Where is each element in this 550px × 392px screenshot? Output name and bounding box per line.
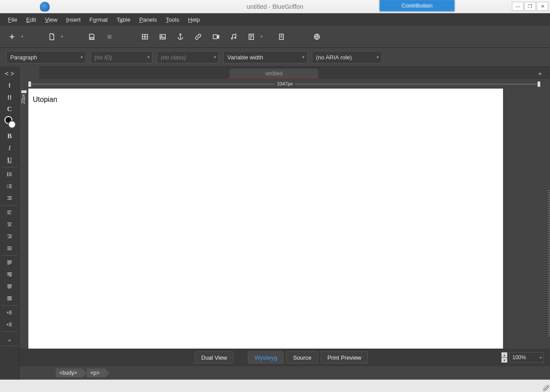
- insert-anchor-button[interactable]: [174, 30, 187, 43]
- insert-link-button[interactable]: [191, 30, 205, 43]
- menu-file[interactable]: File: [4, 16, 21, 24]
- class-select[interactable]: (no class)▾: [157, 51, 219, 63]
- important-single-button[interactable]: !: [0, 79, 20, 91]
- ruler-height-label: 20px: [21, 94, 26, 104]
- bold-button[interactable]: B: [0, 130, 20, 142]
- menu-edit[interactable]: Edit: [23, 16, 39, 24]
- zoom-spinner[interactable]: ▲ ▼: [501, 352, 507, 363]
- vertical-ruler[interactable]: 20px: [20, 89, 28, 349]
- contribution-button[interactable]: Contribution: [379, 0, 455, 12]
- right-gutter-ornament-icon: [548, 190, 550, 337]
- class-style-button[interactable]: C: [0, 103, 20, 115]
- align-justify-button[interactable]: [0, 242, 20, 254]
- editor-canvas[interactable]: Utopian: [28, 89, 503, 349]
- insert-image-button[interactable]: [156, 30, 169, 43]
- svg-point-23: [8, 173, 8, 173]
- justify-full-right-button[interactable]: [0, 268, 20, 280]
- svg-marker-12: [217, 35, 219, 39]
- svg-point-27: [8, 175, 8, 176]
- insert-table-button[interactable]: [138, 30, 152, 43]
- new-button[interactable]: [5, 30, 19, 43]
- menu-panels[interactable]: Panels: [136, 16, 160, 24]
- unordered-list-button[interactable]: [0, 168, 20, 180]
- justify-full-left-button[interactable]: [0, 256, 20, 268]
- ruler-left-marker[interactable]: [28, 82, 31, 87]
- save-button[interactable]: [85, 30, 98, 43]
- justify-full-center-button[interactable]: [0, 280, 20, 292]
- zoom-select[interactable]: 100%▾: [509, 352, 544, 363]
- main-area: < > ! !! C B I U 123 „ unti: [0, 66, 550, 380]
- zoom-up-button[interactable]: ▲: [501, 352, 507, 357]
- class-select-placeholder: (no class): [161, 54, 186, 61]
- insert-form-button[interactable]: [245, 30, 258, 43]
- ruler-right-marker[interactable]: [538, 82, 540, 87]
- svg-rect-7: [160, 34, 165, 39]
- svg-point-13: [231, 38, 233, 39]
- paragraph-select-value: Paragraph: [10, 54, 37, 61]
- form-dropdown-caret[interactable]: ▾: [261, 35, 262, 39]
- justify-full-all-button[interactable]: [0, 292, 20, 304]
- menu-format[interactable]: Format: [86, 16, 111, 24]
- dual-view-button[interactable]: Dual View: [195, 351, 234, 364]
- path-crumb-body[interactable]: <body>: [56, 369, 82, 377]
- italic-button[interactable]: I: [0, 142, 20, 154]
- app-logo-icon: [40, 2, 50, 12]
- horizontal-ruler[interactable]: 1047px: [20, 80, 550, 89]
- source-view-button[interactable]: Source: [286, 351, 318, 364]
- definition-list-button[interactable]: [0, 192, 20, 204]
- font-select-value: Variable width: [227, 54, 263, 61]
- aria-role-select[interactable]: (no ARIA role)▾: [312, 51, 382, 63]
- insert-audio-button[interactable]: [227, 30, 240, 43]
- ordered-list-button[interactable]: 123: [0, 180, 20, 192]
- ruler-top-marker[interactable]: [21, 90, 27, 93]
- stop-button[interactable]: [103, 30, 116, 43]
- open-dropdown-caret[interactable]: ▾: [61, 35, 63, 39]
- new-tab-button[interactable]: +: [538, 70, 542, 77]
- resize-grip-icon[interactable]: [543, 385, 549, 391]
- id-select[interactable]: (no ID)▾: [90, 51, 152, 63]
- menu-bar: File Edit View Insert Format Table Panel…: [0, 13, 550, 26]
- menu-table[interactable]: Table: [113, 16, 134, 24]
- svg-rect-3: [108, 35, 112, 39]
- element-nav-button[interactable]: < >: [0, 67, 20, 79]
- important-double-button[interactable]: !!: [0, 91, 20, 103]
- aria-role-select-value: (no ARIA role): [316, 54, 352, 61]
- print-preview-button[interactable]: Print Preview: [321, 351, 368, 364]
- insert-video-button[interactable]: [209, 30, 222, 43]
- wysiwyg-view-button[interactable]: Wysiwyg: [248, 351, 284, 364]
- menu-insert[interactable]: Insert: [62, 16, 84, 24]
- color-swatch-stack[interactable]: [0, 115, 20, 130]
- main-toolbar: ▾ ▾ ▾: [0, 26, 550, 48]
- editor-column: untitled + 1047px 20px Utopian Dual: [20, 66, 550, 380]
- menu-tools[interactable]: Tools: [162, 16, 183, 24]
- window-close-button[interactable]: ✕: [537, 2, 548, 11]
- element-path-bar: <body> <p>: [20, 366, 550, 380]
- align-right-button[interactable]: [0, 230, 20, 242]
- right-gutter: [506, 89, 550, 349]
- id-select-placeholder: (no ID): [94, 54, 112, 61]
- document-tab-active[interactable]: untitled: [230, 69, 318, 78]
- open-file-button[interactable]: [45, 30, 59, 43]
- blockquote-button[interactable]: „: [0, 333, 20, 345]
- window-maximize-button[interactable]: ❐: [524, 2, 536, 11]
- svg-rect-11: [213, 35, 217, 39]
- clipboard-button[interactable]: [275, 30, 288, 43]
- font-select[interactable]: Variable width▾: [223, 51, 308, 63]
- outdent-button[interactable]: [0, 318, 20, 330]
- zoom-down-button[interactable]: ▼: [501, 357, 507, 363]
- underline-button[interactable]: U: [0, 154, 20, 166]
- indent-button[interactable]: [0, 307, 20, 318]
- background-color-swatch[interactable]: [8, 120, 16, 128]
- svg-point-25: [8, 174, 8, 175]
- path-crumb-p[interactable]: <p>: [87, 369, 105, 377]
- window-minimize-button[interactable]: —: [512, 2, 523, 11]
- align-left-button[interactable]: [0, 206, 20, 218]
- paragraph-select[interactable]: Paragraph▾: [6, 51, 86, 63]
- document-tabstrip: untitled +: [39, 66, 550, 79]
- document-content[interactable]: Utopian: [33, 96, 57, 103]
- browser-preview-button[interactable]: [310, 30, 324, 43]
- new-dropdown-caret[interactable]: ▾: [21, 35, 23, 39]
- align-center-button[interactable]: [0, 218, 20, 230]
- menu-view[interactable]: View: [41, 16, 61, 24]
- menu-help[interactable]: Help: [184, 16, 203, 24]
